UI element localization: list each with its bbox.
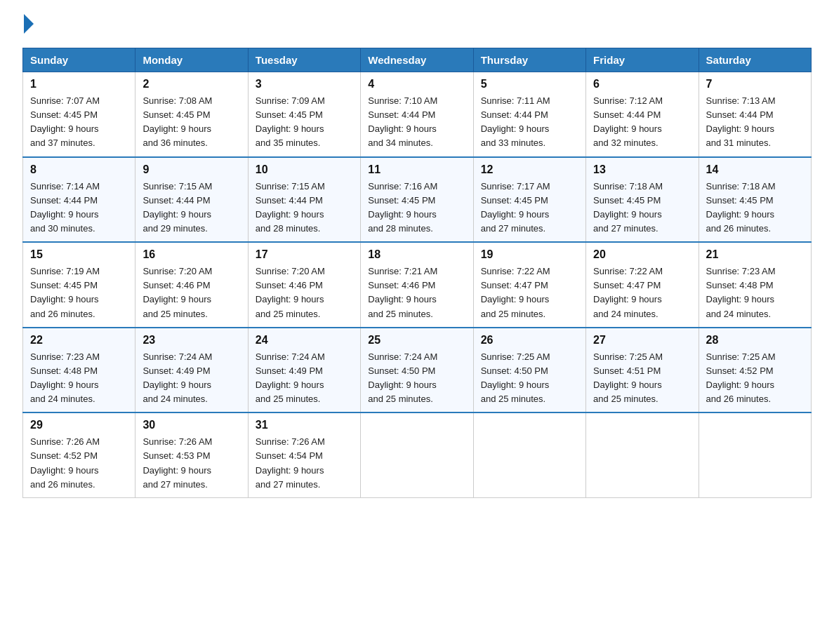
calendar-cell: 6Sunrise: 7:12 AMSunset: 4:44 PMDaylight… [586,72,699,157]
day-number: 30 [143,419,240,431]
day-number: 18 [368,248,465,261]
day-number: 6 [593,78,691,90]
calendar-cell: 5Sunrise: 7:11 AMSunset: 4:44 PMDaylight… [473,72,585,157]
day-number: 22 [30,334,128,347]
logo-arrow-icon [24,14,34,34]
day-info: Sunrise: 7:23 AMSunset: 4:48 PMDaylight:… [30,350,128,407]
day-number: 13 [593,163,691,176]
calendar-cell: 9Sunrise: 7:15 AMSunset: 4:44 PMDaylight… [135,157,248,243]
calendar-cell: 20Sunrise: 7:22 AMSunset: 4:47 PMDayligh… [586,242,699,328]
calendar-cell: 1Sunrise: 7:07 AMSunset: 4:45 PMDaylight… [23,72,135,157]
calendar-cell [586,412,699,497]
calendar-cell: 3Sunrise: 7:09 AMSunset: 4:45 PMDaylight… [248,72,360,157]
day-number: 19 [481,248,578,261]
day-number: 4 [368,78,465,90]
calendar-week-4: 22Sunrise: 7:23 AMSunset: 4:48 PMDayligh… [23,328,812,413]
day-number: 25 [368,334,465,347]
day-info: Sunrise: 7:15 AMSunset: 4:44 PMDaylight:… [256,180,353,236]
calendar-cell: 28Sunrise: 7:25 AMSunset: 4:52 PMDayligh… [699,328,811,413]
calendar-cell: 2Sunrise: 7:08 AMSunset: 4:45 PMDaylight… [135,72,248,157]
day-info: Sunrise: 7:23 AMSunset: 4:48 PMDaylight:… [706,264,804,321]
day-number: 3 [256,78,353,90]
day-number: 24 [256,334,353,347]
day-number: 5 [481,78,578,90]
calendar-cell: 15Sunrise: 7:19 AMSunset: 4:45 PMDayligh… [23,242,135,328]
day-info: Sunrise: 7:07 AMSunset: 4:45 PMDaylight:… [30,94,128,151]
day-info: Sunrise: 7:26 AMSunset: 4:53 PMDaylight:… [143,435,240,492]
calendar-cell: 17Sunrise: 7:20 AMSunset: 4:46 PMDayligh… [248,242,360,328]
day-info: Sunrise: 7:20 AMSunset: 4:46 PMDaylight:… [256,264,353,321]
day-number: 8 [30,163,128,176]
day-info: Sunrise: 7:22 AMSunset: 4:47 PMDaylight:… [481,264,578,321]
day-info: Sunrise: 7:13 AMSunset: 4:44 PMDaylight:… [706,94,804,151]
calendar-cell: 22Sunrise: 7:23 AMSunset: 4:48 PMDayligh… [23,328,135,413]
day-number: 12 [481,163,578,176]
day-number: 10 [256,163,353,176]
day-number: 7 [706,78,804,90]
calendar-table: SundayMondayTuesdayWednesdayThursdayFrid… [22,48,812,498]
calendar-cell [473,412,585,497]
day-info: Sunrise: 7:20 AMSunset: 4:46 PMDaylight:… [143,264,240,321]
calendar-cell: 11Sunrise: 7:16 AMSunset: 4:45 PMDayligh… [361,157,473,243]
day-number: 14 [706,163,804,176]
calendar-cell: 24Sunrise: 7:24 AMSunset: 4:49 PMDayligh… [248,328,360,413]
day-number: 9 [143,163,240,176]
day-info: Sunrise: 7:18 AMSunset: 4:45 PMDaylight:… [593,180,691,236]
day-info: Sunrise: 7:12 AMSunset: 4:44 PMDaylight:… [593,94,691,151]
calendar-cell: 27Sunrise: 7:25 AMSunset: 4:51 PMDayligh… [586,328,699,413]
calendar-cell [361,412,473,497]
day-info: Sunrise: 7:21 AMSunset: 4:46 PMDaylight:… [368,264,465,321]
calendar-week-2: 8Sunrise: 7:14 AMSunset: 4:44 PMDaylight… [23,157,812,243]
day-info: Sunrise: 7:22 AMSunset: 4:47 PMDaylight:… [593,264,691,321]
day-info: Sunrise: 7:25 AMSunset: 4:52 PMDaylight:… [706,350,804,407]
day-info: Sunrise: 7:25 AMSunset: 4:50 PMDaylight:… [481,350,578,407]
calendar-cell: 12Sunrise: 7:17 AMSunset: 4:45 PMDayligh… [473,157,585,243]
day-info: Sunrise: 7:16 AMSunset: 4:45 PMDaylight:… [368,180,465,236]
calendar-cell: 31Sunrise: 7:26 AMSunset: 4:54 PMDayligh… [248,412,360,497]
calendar-header-monday: Monday [135,48,248,72]
day-info: Sunrise: 7:26 AMSunset: 4:54 PMDaylight:… [256,435,353,492]
day-number: 21 [706,248,804,261]
calendar-cell: 18Sunrise: 7:21 AMSunset: 4:46 PMDayligh… [361,242,473,328]
calendar-cell: 19Sunrise: 7:22 AMSunset: 4:47 PMDayligh… [473,242,585,328]
calendar-header-saturday: Saturday [699,48,811,72]
day-info: Sunrise: 7:15 AMSunset: 4:44 PMDaylight:… [143,180,240,236]
calendar-cell: 8Sunrise: 7:14 AMSunset: 4:44 PMDaylight… [23,157,135,243]
calendar-cell: 21Sunrise: 7:23 AMSunset: 4:48 PMDayligh… [699,242,811,328]
calendar-cell: 13Sunrise: 7:18 AMSunset: 4:45 PMDayligh… [586,157,699,243]
day-number: 11 [368,163,465,176]
calendar-header-tuesday: Tuesday [248,48,360,72]
day-number: 26 [481,334,578,347]
calendar-cell [699,412,811,497]
calendar-cell: 16Sunrise: 7:20 AMSunset: 4:46 PMDayligh… [135,242,248,328]
day-number: 29 [30,419,128,431]
calendar-cell: 26Sunrise: 7:25 AMSunset: 4:50 PMDayligh… [473,328,585,413]
calendar-cell: 7Sunrise: 7:13 AMSunset: 4:44 PMDaylight… [699,72,811,157]
day-number: 15 [30,248,128,261]
calendar-cell: 10Sunrise: 7:15 AMSunset: 4:44 PMDayligh… [248,157,360,243]
calendar-cell: 30Sunrise: 7:26 AMSunset: 4:53 PMDayligh… [135,412,248,497]
calendar-cell: 29Sunrise: 7:26 AMSunset: 4:52 PMDayligh… [23,412,135,497]
day-number: 23 [143,334,240,347]
day-number: 28 [706,334,804,347]
calendar-cell: 14Sunrise: 7:18 AMSunset: 4:45 PMDayligh… [699,157,811,243]
calendar-week-5: 29Sunrise: 7:26 AMSunset: 4:52 PMDayligh… [23,412,812,497]
day-info: Sunrise: 7:17 AMSunset: 4:45 PMDaylight:… [481,180,578,236]
calendar-header-row: SundayMondayTuesdayWednesdayThursdayFrid… [23,48,812,72]
day-info: Sunrise: 7:08 AMSunset: 4:45 PMDaylight:… [143,94,240,151]
day-info: Sunrise: 7:25 AMSunset: 4:51 PMDaylight:… [593,350,691,407]
day-info: Sunrise: 7:24 AMSunset: 4:49 PMDaylight:… [143,350,240,407]
page-header [22,17,812,34]
calendar-week-3: 15Sunrise: 7:19 AMSunset: 4:45 PMDayligh… [23,242,812,328]
day-info: Sunrise: 7:26 AMSunset: 4:52 PMDaylight:… [30,435,128,492]
calendar-header-sunday: Sunday [23,48,135,72]
day-number: 1 [30,78,128,90]
day-info: Sunrise: 7:10 AMSunset: 4:44 PMDaylight:… [368,94,465,151]
day-number: 31 [256,419,353,431]
day-info: Sunrise: 7:14 AMSunset: 4:44 PMDaylight:… [30,180,128,236]
logo [22,17,37,34]
day-info: Sunrise: 7:18 AMSunset: 4:45 PMDaylight:… [706,180,804,236]
day-info: Sunrise: 7:24 AMSunset: 4:49 PMDaylight:… [256,350,353,407]
day-info: Sunrise: 7:11 AMSunset: 4:44 PMDaylight:… [481,94,578,151]
day-number: 20 [593,248,691,261]
